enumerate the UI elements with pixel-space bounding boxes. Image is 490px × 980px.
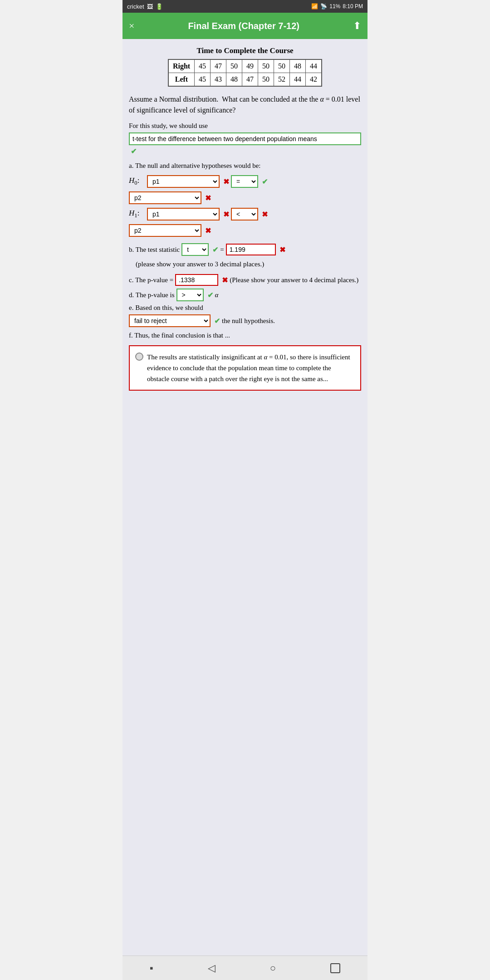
- battery-percent: 11%: [329, 3, 340, 10]
- part-e-select-row: fail to reject reject ✔ the null hypothe…: [129, 314, 361, 327]
- p-value-op-check: ✔: [207, 291, 213, 299]
- home-icon[interactable]: ○: [270, 962, 276, 974]
- conclusion-check: ✔: [214, 317, 220, 325]
- status-bar: cricket 🖼 🔋 📶 📡 11% 8:10 PM: [122, 0, 368, 13]
- alpha-symbol: α: [215, 291, 219, 299]
- radio-option-1: The results are statistically insignific…: [135, 352, 355, 384]
- h1-var2-x: ✖: [205, 226, 211, 235]
- data-table: Right4547504950504844Left454348475052444…: [168, 59, 322, 87]
- app-header: × Final Exam (Chapter 7-12) ⬆: [122, 13, 368, 39]
- test-stat-select[interactable]: t: [181, 243, 209, 256]
- h1-op-select[interactable]: <: [231, 208, 258, 220]
- test-type-select[interactable]: t-test for the difference between two de…: [129, 132, 361, 145]
- h1-label: H1:: [129, 209, 145, 219]
- test-type-check: ✔: [131, 147, 137, 155]
- h1-var1-select[interactable]: p1: [147, 208, 220, 220]
- part-b-row: b. The test statistic t ✔ = ✖: [129, 243, 361, 256]
- upload-button[interactable]: ⬆: [353, 20, 361, 32]
- part-c-note: (Please show your answer to 4 decimal pl…: [230, 276, 358, 284]
- bottom-nav: ▪ ◁ ○: [122, 956, 368, 980]
- h1-var1-x: ✖: [223, 210, 229, 219]
- main-content: Time to Complete the Course Right4547504…: [122, 39, 368, 956]
- part-c-row: c. The p-value = ✖ (Please show your ans…: [129, 274, 361, 286]
- test-stat-x: ✖: [279, 245, 285, 254]
- h1-row: H1: p1 ✖ < ✖: [129, 208, 361, 220]
- page-title: Final Exam (Chapter 7-12): [134, 21, 353, 31]
- h0-var1-select[interactable]: p1: [147, 175, 220, 188]
- part-e-label: e. Based on this, we should: [129, 304, 203, 312]
- h0-var2-x: ✖: [205, 194, 211, 202]
- part-c-label: c. The p-value =: [129, 276, 173, 284]
- table-title: Time to Complete the Course: [129, 46, 361, 55]
- conclusion-select[interactable]: fail to reject reject: [129, 314, 211, 327]
- h0-op-select[interactable]: =: [231, 175, 258, 188]
- h0-label: H0:: [129, 176, 145, 186]
- close-button[interactable]: ×: [129, 20, 134, 32]
- description-text: Assume a Normal distribution. What can b…: [129, 94, 361, 116]
- h0-op-check: ✔: [262, 177, 268, 186]
- p-value-op-select[interactable]: >: [176, 289, 204, 301]
- gallery-icon: 🖼: [147, 3, 153, 10]
- part-e-rest: the null hypothesis.: [222, 317, 275, 325]
- h0-var1-x: ✖: [223, 177, 229, 186]
- test-stat-input[interactable]: [226, 244, 276, 255]
- part-b-note: (please show your answer to 3 decimal pl…: [129, 259, 361, 270]
- h0-var2-row: p2 ✖: [129, 191, 361, 204]
- menu-icon: ▪: [150, 962, 153, 974]
- p-value-x: ✖: [222, 276, 228, 284]
- test-type-wrapper: t-test for the difference between two de…: [129, 132, 361, 145]
- test-stat-check: ✔: [212, 245, 218, 254]
- parts-section: b. The test statistic t ✔ = ✖ (please sh…: [129, 243, 361, 391]
- wifi-icon: 📶: [311, 3, 318, 10]
- time-display: 8:10 PM: [343, 3, 363, 10]
- equals-sign: =: [220, 246, 224, 254]
- radio-button-1[interactable]: [135, 353, 143, 361]
- h0-var2-select[interactable]: p2: [129, 191, 201, 204]
- part-d-row: d. The p-value is > ✔ α: [129, 289, 361, 301]
- part-f-label: f. Thus, the final conclusion is that ..…: [129, 330, 361, 341]
- h1-var2-select[interactable]: p2: [129, 224, 201, 237]
- part-e-row: e. Based on this, we should: [129, 304, 361, 312]
- hypotheses-label: a. The null and alternative hypotheses w…: [129, 162, 361, 170]
- hypotheses-section: a. The null and alternative hypotheses w…: [129, 162, 361, 237]
- h0-row: H0: p1 ✖ = ✔: [129, 175, 361, 188]
- signal-icon: 📡: [320, 3, 327, 10]
- recents-icon[interactable]: [330, 963, 340, 973]
- conclusion-text: The results are statistically insignific…: [147, 352, 355, 384]
- battery-charging-icon: 🔋: [156, 3, 163, 10]
- h1-op-x: ✖: [262, 210, 268, 219]
- part-d-label: d. The p-value is: [129, 291, 175, 299]
- h1-var2-row: p2 ✖: [129, 224, 361, 237]
- p-value-input[interactable]: [175, 274, 218, 286]
- for-study-label: For this study, we should use: [129, 122, 361, 130]
- back-icon[interactable]: ◁: [208, 962, 216, 974]
- conclusion-box: The results are statistically insignific…: [129, 345, 361, 391]
- app-name: cricket: [127, 3, 144, 10]
- part-b-label: b. The test statistic: [129, 246, 180, 254]
